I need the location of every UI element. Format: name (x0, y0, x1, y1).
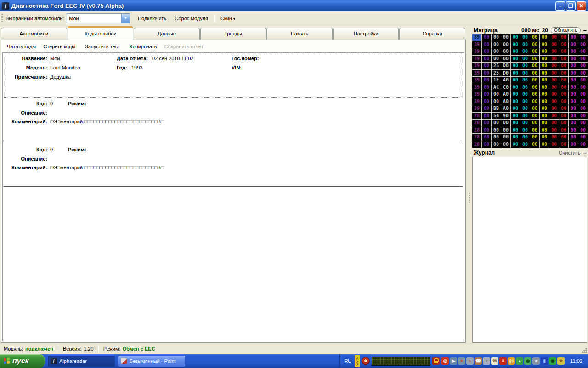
matrix-cell[interactable]: 00 (549, 77, 559, 84)
erase-codes-button[interactable]: Стереть коды (40, 42, 79, 51)
matrix-cell[interactable]: 00 (540, 63, 549, 70)
volume-muted-icon[interactable]: ♪ (466, 357, 474, 365)
matrix-cell[interactable]: 00 (549, 84, 559, 92)
matrix-cell[interactable]: 00 (511, 120, 520, 127)
matrix-cell[interactable]: 00 (569, 41, 578, 49)
matrix-cell[interactable]: 00 (530, 77, 540, 84)
matrix-cell[interactable]: 00 (540, 70, 549, 77)
matrix-cell[interactable]: 00 (549, 127, 559, 134)
matrix-cell[interactable]: 00 (511, 63, 520, 70)
matrix-cell[interactable]: 00 (511, 70, 520, 77)
matrix-cell[interactable]: 00 (559, 70, 569, 77)
rocket-icon[interactable]: ▶ (450, 357, 457, 365)
matrix-cell[interactable]: 00 (559, 48, 569, 56)
matrix-cell[interactable]: 00 (549, 134, 559, 141)
matrix-cell[interactable]: 39 (472, 98, 482, 106)
matrix-cell[interactable]: 00 (530, 113, 540, 120)
matrix-cell[interactable]: 00 (482, 98, 492, 106)
matrix-cell[interactable]: 00 (520, 98, 530, 106)
matrix-cell[interactable]: 39 (472, 84, 482, 92)
usb-eject-icon[interactable]: ▲ (516, 357, 523, 365)
matrix-cell[interactable]: 00 (549, 105, 559, 113)
matrix-cell[interactable]: 00 (511, 41, 520, 49)
matrix-cell[interactable]: 00 (530, 34, 540, 41)
matrix-cell[interactable]: 00 (511, 34, 520, 41)
matrix-cell[interactable]: 00 (482, 77, 492, 84)
matrix-cell[interactable]: 00 (482, 105, 492, 113)
matrix-cell[interactable]: 00 (501, 141, 511, 149)
matrix-cell[interactable]: 00 (520, 141, 530, 149)
matrix-cell[interactable]: 00 (520, 134, 530, 141)
matrix-cell[interactable]: 00 (569, 34, 578, 41)
copy-button[interactable]: Копировать (126, 42, 160, 51)
tab-memory[interactable]: Память (266, 28, 333, 40)
traffic-meter[interactable] (372, 356, 430, 366)
language-indicator[interactable]: RU (343, 358, 353, 364)
matrix-cell[interactable]: 00 (569, 91, 578, 98)
tab-vehicles[interactable]: Автомобили (1, 28, 67, 40)
matrix-cell[interactable]: 28 (472, 120, 482, 127)
minimize-button[interactable]: – (555, 1, 565, 11)
matrix-cell[interactable]: 00 (492, 41, 501, 49)
matrix-cell[interactable]: 39 (472, 105, 482, 113)
read-codes-button[interactable]: Читать коды (3, 42, 40, 51)
matrix-cell[interactable]: 00 (492, 48, 501, 56)
matrix-cell[interactable]: 00 (530, 134, 540, 141)
volume-icon[interactable]: ♪ (483, 357, 490, 365)
matrix-cell[interactable]: 00 (549, 141, 559, 149)
matrix-cell[interactable]: 25 (492, 70, 501, 77)
matrix-cell[interactable]: 00 (482, 113, 492, 120)
matrix-cell[interactable]: 00 (559, 113, 569, 120)
matrix-cell[interactable]: 00 (559, 63, 569, 70)
matrix-cell[interactable]: 00 (482, 84, 492, 92)
matrix-cell[interactable]: 00 (569, 134, 578, 141)
matrix-cell[interactable]: 00 (569, 56, 578, 63)
reset-module-button[interactable]: Сброс модуля (170, 14, 212, 23)
matrix-cell[interactable]: 39 (472, 56, 482, 63)
vehicle-combobox[interactable]: Мой ▾ (67, 13, 130, 23)
matrix-cell[interactable]: 00 (549, 41, 559, 49)
matrix-cell[interactable]: 00 (482, 141, 492, 149)
matrix-cell[interactable]: AC (492, 84, 501, 92)
resize-grip[interactable] (581, 347, 587, 353)
journal-collapse-button[interactable]: – (583, 149, 587, 156)
matrix-cell[interactable]: 00 (578, 70, 588, 77)
maximize-button[interactable]: ❐ (566, 1, 576, 11)
toolbar-grip[interactable] (1, 14, 3, 23)
matrix-cell[interactable]: 00 (520, 77, 530, 84)
matrix-cell[interactable]: 00 (540, 84, 549, 92)
matrix-cell[interactable]: 56 (492, 113, 501, 120)
matrix-cell[interactable]: 00 (492, 127, 501, 134)
matrix-cell[interactable]: 00 (530, 63, 540, 70)
matrix-cell[interactable]: 00 (520, 84, 530, 92)
matrix-cell[interactable]: 00 (559, 34, 569, 41)
matrix-cell[interactable]: 00 (549, 48, 559, 56)
matrix-cell[interactable]: 39 (472, 48, 482, 56)
matrix-cell[interactable]: 00 (540, 48, 549, 56)
start-button[interactable]: пуск (0, 354, 45, 368)
matrix-cell[interactable]: 00 (578, 113, 588, 120)
matrix-cell[interactable]: 00 (569, 63, 578, 70)
matrix-cell[interactable]: 39 (472, 91, 482, 98)
matrix-cell[interactable]: 00 (549, 98, 559, 106)
matrix-cell[interactable]: 00 (578, 141, 588, 149)
shield-alert-icon[interactable]: × (499, 357, 507, 365)
matrix-cell[interactable]: 00 (559, 120, 569, 127)
matrix-cell[interactable]: 00 (549, 70, 559, 77)
matrix-cell[interactable]: 00 (511, 105, 520, 113)
connect-button[interactable]: Подключить (134, 14, 170, 23)
pda-icon[interactable]: ☎ (475, 357, 482, 365)
matrix-cell[interactable]: 00 (530, 91, 540, 98)
matrix-cell[interactable]: 00 (520, 34, 530, 41)
chevron-down-icon[interactable]: ▾ (121, 14, 130, 23)
tab-trends[interactable]: Тренды (200, 28, 266, 40)
matrix-cell[interactable]: 00 (578, 127, 588, 134)
antivirus-icon[interactable]: ◉ (524, 357, 531, 365)
tab-data[interactable]: Данные (134, 28, 200, 40)
matrix-cell[interactable]: 00 (569, 105, 578, 113)
matrix-cell[interactable]: 00 (549, 91, 559, 98)
matrix-cell[interactable]: 00 (520, 41, 530, 49)
matrix-cell[interactable]: 39 (472, 34, 482, 41)
matrix-cell[interactable]: 00 (559, 84, 569, 92)
matrix-cell[interactable]: 00 (559, 141, 569, 149)
